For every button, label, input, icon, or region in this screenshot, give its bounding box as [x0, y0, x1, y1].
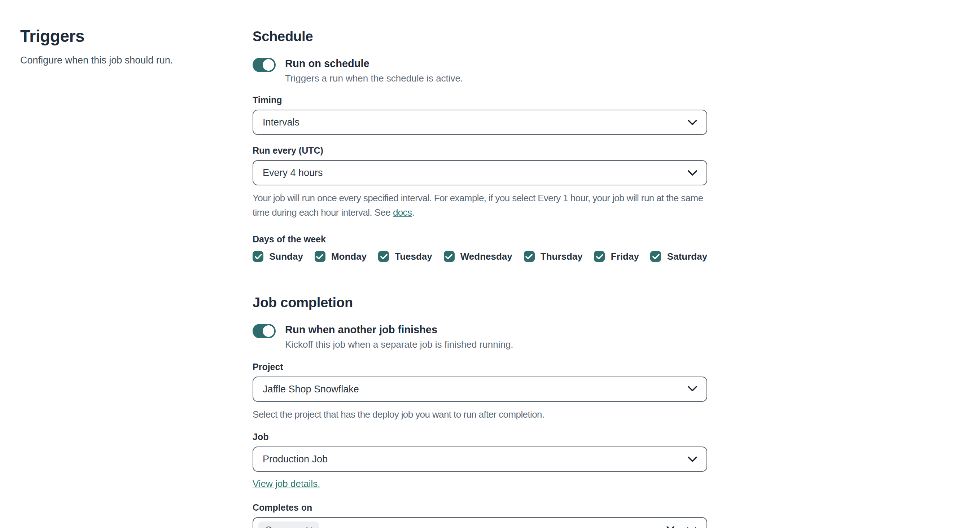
chevron-down-icon [688, 170, 697, 176]
job-selected-value: Production Job [262, 454, 328, 465]
checkbox-checked [253, 251, 263, 262]
run-when-job-finishes-text: Run when another job finishes Kickoff th… [285, 323, 514, 351]
check-icon [652, 254, 660, 260]
help-text-suffix: . [412, 207, 414, 218]
completes-on-field: Completes on Success [253, 503, 707, 528]
project-select[interactable]: Jaffle Shop Snowflake [253, 377, 707, 402]
multiselect-controls [666, 526, 697, 528]
run-every-field: Run every (UTC) Every 4 hours Your job w… [253, 146, 707, 220]
days-of-week-label: Days of the week [253, 235, 707, 245]
days-of-week-row: Sunday Monday Tuesday Wednesday [253, 251, 707, 262]
clear-selection-icon[interactable] [666, 526, 675, 528]
run-on-schedule-row: Run on schedule Triggers a run when the … [253, 57, 707, 85]
day-checkbox-friday[interactable]: Friday [594, 251, 639, 262]
run-on-schedule-label: Run on schedule [285, 57, 463, 71]
day-label: Tuesday [395, 251, 432, 262]
run-when-job-finishes-row: Run when another job finishes Kickoff th… [253, 323, 707, 351]
timing-selected-value: Intervals [262, 117, 299, 128]
job-select[interactable]: Production Job [253, 447, 707, 472]
chip-label: Success [266, 525, 300, 528]
schedule-heading: Schedule [253, 29, 707, 45]
completes-on-label: Completes on [253, 503, 707, 513]
page-title: Triggers [20, 27, 238, 46]
day-label: Thursday [541, 251, 583, 262]
day-label: Saturday [667, 251, 707, 262]
check-icon [526, 254, 533, 260]
view-job-details-link[interactable]: View job details. [253, 479, 320, 489]
day-checkbox-saturday[interactable]: Saturday [651, 251, 707, 262]
day-checkbox-monday[interactable]: Monday [315, 251, 367, 262]
check-icon [596, 254, 603, 260]
run-every-selected-value: Every 4 hours [262, 168, 323, 179]
day-label: Sunday [269, 251, 303, 262]
run-when-job-finishes-label: Run when another job finishes [285, 323, 514, 337]
day-label: Wednesday [460, 251, 512, 262]
timing-field: Timing Intervals [253, 95, 707, 135]
job-field: Job Production Job View job details. [253, 433, 707, 490]
triggers-layout: Triggers Configure when this job should … [0, 0, 980, 528]
run-every-label: Run every (UTC) [253, 146, 707, 156]
job-label: Job [253, 433, 707, 442]
run-on-schedule-text: Run on schedule Triggers a run when the … [285, 57, 463, 85]
toggle-knob [262, 326, 274, 337]
timing-label: Timing [253, 95, 707, 106]
check-icon [380, 254, 387, 260]
days-of-week-field: Days of the week Sunday Monday Tuesda [253, 235, 707, 262]
run-on-schedule-description: Triggers a run when the schedule is acti… [285, 72, 463, 85]
day-label: Monday [331, 251, 367, 262]
docs-link[interactable]: docs [393, 207, 412, 218]
schedule-section: Schedule Run on schedule Triggers a run … [253, 29, 707, 262]
selected-option-chip: Success [258, 522, 319, 528]
job-completion-heading: Job completion [253, 295, 707, 311]
chevron-down-icon [688, 386, 697, 392]
project-label: Project [253, 362, 707, 372]
run-on-schedule-toggle[interactable] [253, 58, 276, 72]
triggers-form-column: Schedule Run on schedule Triggers a run … [253, 0, 707, 528]
timing-select[interactable]: Intervals [253, 110, 707, 135]
run-every-select[interactable]: Every 4 hours [253, 160, 707, 186]
run-every-help-text: Your job will run once every specified i… [253, 192, 707, 220]
checkbox-checked [378, 251, 389, 262]
project-selected-value: Jaffle Shop Snowflake [262, 384, 359, 395]
check-icon [445, 254, 453, 260]
checkbox-checked [594, 251, 605, 262]
check-icon [317, 254, 324, 260]
toggle-knob [262, 59, 274, 71]
checkbox-checked [444, 251, 455, 262]
run-when-job-finishes-description: Kickoff this job when a separate job is … [285, 338, 514, 351]
job-completion-section: Job completion Run when another job fini… [253, 295, 707, 528]
completes-on-multiselect[interactable]: Success [253, 517, 707, 528]
chip-remove-icon[interactable] [306, 527, 313, 528]
day-checkbox-sunday[interactable]: Sunday [253, 251, 303, 262]
check-icon [255, 254, 262, 260]
chevron-down-icon [688, 457, 697, 462]
day-checkbox-thursday[interactable]: Thursday [524, 251, 583, 262]
page-description: Configure when this job should run. [20, 54, 238, 68]
checkbox-checked [315, 251, 326, 262]
day-checkbox-wednesday[interactable]: Wednesday [444, 251, 512, 262]
project-help-text: Select the project that has the deploy j… [253, 407, 707, 422]
run-when-job-finishes-toggle[interactable] [253, 324, 276, 339]
day-label: Friday [611, 251, 639, 262]
project-field: Project Jaffle Shop Snowflake Select the… [253, 362, 707, 422]
job-settings-page: Triggers Configure when this job should … [0, 0, 980, 528]
checkbox-checked [651, 251, 662, 262]
chevron-down-icon [688, 120, 697, 125]
triggers-summary-column: Triggers Configure when this job should … [0, 0, 253, 68]
help-text-before: Your job will run once every specified i… [253, 193, 703, 218]
checkbox-checked [524, 251, 535, 262]
day-checkbox-tuesday[interactable]: Tuesday [378, 251, 432, 262]
